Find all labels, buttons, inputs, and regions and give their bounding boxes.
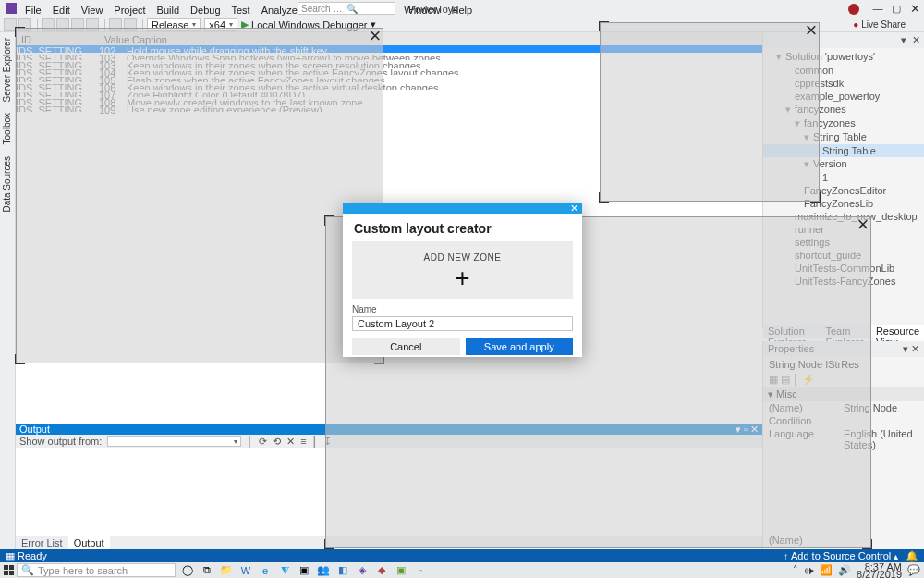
zone-close-button[interactable]: ×	[802, 21, 821, 40]
menu-debug[interactable]: Debug	[186, 3, 225, 18]
tray-action-center-icon[interactable]: 💬	[907, 564, 920, 576]
app-icon[interactable]: ▣	[395, 564, 407, 577]
tab-output[interactable]: Output	[68, 536, 110, 549]
search-placeholder: Search Visual Studio (Ctrl+Q)	[301, 4, 346, 14]
zone-close-button[interactable]: ×	[854, 215, 872, 234]
output-tb-icon[interactable]: ⟳	[259, 436, 267, 448]
plus-icon: +	[455, 268, 469, 289]
menu-test[interactable]: Test	[227, 3, 255, 18]
windows-taskbar: 🔍Type here to search ◯ ⧉ 📁 W e ⧨ ▣ 👥 ◧ ◈…	[0, 562, 924, 578]
status-ready: ▦ Ready	[6, 550, 47, 562]
menu-analyze[interactable]: Analyze	[257, 3, 302, 18]
dialog-title: Custom layout creator	[343, 214, 582, 241]
visual-studio-icon[interactable]: ◈	[356, 564, 369, 577]
fancyzones-zone[interactable]: ×	[600, 22, 820, 202]
tray-clock[interactable]: 8:37 AM8/27/2019	[857, 563, 902, 578]
server-explorer-tab[interactable]: Server Explorer	[0, 32, 14, 107]
zone-close-button[interactable]: ×	[366, 27, 384, 45]
left-tool-rail: Server Explorer Toolbox Data Sources	[0, 32, 16, 549]
close-button[interactable]: ✕	[906, 0, 924, 17]
search-icon: 🔍	[21, 564, 34, 576]
data-sources-tab[interactable]: Data Sources	[0, 151, 14, 218]
notifications-icon[interactable]: 🔔	[906, 550, 918, 562]
output-title: Output	[19, 424, 50, 435]
zone-resize-handle[interactable]	[862, 539, 872, 549]
save-and-apply-button[interactable]: Save and apply	[466, 338, 574, 355]
menu-project[interactable]: Project	[109, 3, 150, 18]
start-button[interactable]	[0, 562, 17, 578]
teams-icon[interactable]: 👥	[317, 564, 330, 577]
window-controls: — ▢ ✕	[869, 0, 924, 17]
zone-resize-handle[interactable]	[599, 21, 609, 31]
cortana-icon[interactable]: ◯	[181, 564, 194, 577]
add-zone-label: ADD NEW ZONE	[424, 252, 502, 263]
dropdown-icon[interactable]: ▾	[901, 34, 906, 46]
dialog-close-icon[interactable]: ✕	[570, 203, 578, 215]
cancel-button[interactable]: Cancel	[352, 338, 460, 355]
system-tray: ˄ 🕪 📶 🔊 8:37 AM8/27/2019 💬	[787, 562, 920, 578]
menu-build[interactable]: Build	[152, 3, 184, 18]
zone-resize-handle[interactable]	[810, 192, 821, 203]
task-view-icon[interactable]: ⧉	[201, 564, 213, 577]
windows-logo-icon	[4, 565, 14, 575]
zone-resize-handle[interactable]	[324, 539, 334, 549]
terminal-icon[interactable]: ▣	[298, 564, 310, 577]
vscode-icon[interactable]: ⧨	[278, 564, 291, 577]
output-tb-icon[interactable]: ≡	[300, 436, 306, 447]
output-tb-icon[interactable]: ⟲	[273, 436, 281, 448]
zone-resize-handle[interactable]	[15, 27, 25, 37]
custom-layout-creator-dialog: ✕ Custom layout creator ADD NEW ZONE + N…	[343, 203, 582, 357]
menu-view[interactable]: View	[77, 3, 108, 18]
layout-name-input[interactable]	[352, 316, 573, 331]
search-icon: 🔍	[346, 4, 392, 14]
search-input[interactable]: Search Visual Studio (Ctrl+Q) 🔍	[298, 2, 395, 15]
explorer-icon[interactable]: 📁	[220, 564, 233, 577]
output-source-dropdown[interactable]: ▾	[107, 436, 241, 447]
menu-file[interactable]: File	[20, 3, 46, 18]
tray-volume-icon[interactable]: 🔊	[838, 564, 851, 576]
name-label: Name	[352, 304, 573, 314]
maximize-button[interactable]: ▢	[887, 0, 906, 17]
edge-icon[interactable]: e	[259, 564, 272, 577]
toolbox-tab[interactable]: Toolbox	[0, 107, 14, 150]
title-bar: File Edit View Project Build Debug Test …	[0, 0, 924, 18]
tab-resource-view[interactable]: Resource View	[871, 325, 924, 338]
tray-network-icon[interactable]: 🕪	[804, 565, 814, 576]
add-new-zone-button[interactable]: ADD NEW ZONE +	[352, 241, 573, 299]
zone-resize-handle[interactable]	[599, 192, 609, 203]
solution-name-label: PowerToys	[408, 4, 458, 15]
word-icon[interactable]: W	[239, 564, 252, 577]
app-icon[interactable]: ▫	[414, 564, 427, 577]
tray-chevron-icon[interactable]: ˄	[793, 564, 798, 576]
tray-wifi-icon[interactable]: 📶	[820, 564, 833, 576]
vs-logo-icon	[6, 3, 17, 14]
show-output-from-label: Show output from:	[19, 436, 102, 447]
add-to-source-control[interactable]: ↑ Add to Source Control ▴	[784, 550, 898, 561]
minimize-button[interactable]: —	[869, 0, 887, 17]
taskbar-search[interactable]: 🔍Type here to search	[17, 563, 176, 577]
zone-resize-handle[interactable]	[324, 215, 334, 226]
zone-resize-handle[interactable]	[15, 354, 25, 364]
user-avatar-icon[interactable]	[848, 4, 859, 15]
status-bar: ▦ Ready ↑ Add to Source Control ▴ 🔔	[0, 549, 924, 562]
dropdown-icon[interactable]: ▾ ✕	[903, 343, 919, 355]
pin-icon[interactable]: ✕	[912, 34, 920, 46]
taskbar-icons: ◯ ⧉ 📁 W e ⧨ ▣ 👥 ◧ ◈ ◆ ▣ ▫	[181, 564, 427, 577]
tab-error-list[interactable]: Error List	[16, 536, 68, 549]
app-icon[interactable]: ◧	[336, 564, 349, 577]
powertoys-icon[interactable]: ◆	[375, 564, 388, 577]
dialog-titlebar[interactable]: ✕	[343, 203, 582, 214]
menu-edit[interactable]: Edit	[48, 3, 75, 18]
output-tb-icon[interactable]: ✕	[286, 436, 295, 448]
live-share-button[interactable]: Live Share	[853, 19, 906, 30]
